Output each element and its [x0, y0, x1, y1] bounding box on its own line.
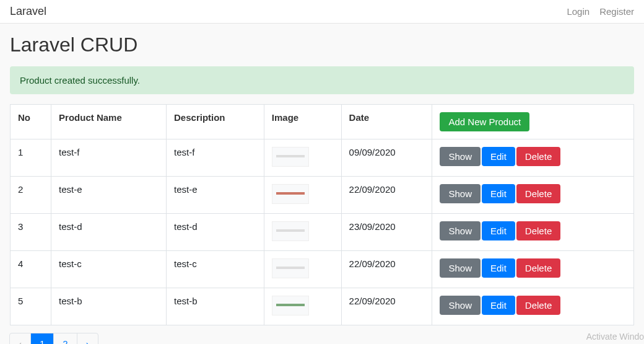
pagination: ‹ 12› — [10, 333, 634, 344]
table-row: 1test-ftest-f09/09/2020ShowEditDelete — [11, 139, 634, 177]
header-date: Date — [341, 105, 432, 139]
cell-actions: ShowEditDelete — [432, 139, 634, 177]
windows-watermark: Activate Windo — [586, 332, 644, 342]
pagination-prev-label: ‹ — [10, 333, 30, 344]
pagination-page: 1 — [30, 333, 54, 344]
cell-image — [264, 251, 341, 288]
pagination-page[interactable]: 2 — [53, 333, 77, 344]
delete-button[interactable]: Delete — [516, 258, 560, 278]
cell-actions: ShowEditDelete — [432, 251, 634, 288]
show-button[interactable]: Show — [440, 296, 481, 315]
main-container: Laravel CRUD Product created successfull… — [0, 24, 644, 344]
cell-date: 22/09/2020 — [341, 288, 432, 325]
cell-no: 5 — [11, 288, 51, 325]
brand-link[interactable]: Laravel — [10, 5, 46, 18]
success-alert: Product created successfully. — [10, 66, 634, 94]
products-table: No Product Name Description Image Date A… — [10, 104, 634, 325]
cell-image — [264, 288, 341, 325]
login-link[interactable]: Login — [567, 6, 590, 17]
table-row: 3test-dtest-d23/09/2020ShowEditDelete — [11, 214, 634, 251]
cell-description: test-b — [167, 288, 264, 325]
product-thumbnail — [272, 258, 309, 278]
header-no: No — [11, 105, 51, 139]
show-button[interactable]: Show — [440, 184, 481, 203]
cell-image — [264, 139, 341, 177]
cell-actions: ShowEditDelete — [432, 177, 634, 214]
cell-date: 23/09/2020 — [341, 214, 432, 251]
cell-name: test-d — [51, 214, 167, 251]
header-name: Product Name — [51, 105, 167, 139]
cell-no: 4 — [11, 251, 51, 288]
cell-no: 2 — [11, 177, 51, 214]
cell-no: 3 — [11, 214, 51, 251]
header-description: Description — [167, 105, 264, 139]
table-header-row: No Product Name Description Image Date A… — [11, 105, 634, 139]
cell-description: test-f — [167, 139, 264, 177]
delete-button[interactable]: Delete — [516, 184, 560, 203]
cell-image — [264, 177, 341, 214]
pagination-page-label: 1 — [31, 333, 53, 344]
product-thumbnail — [272, 296, 309, 315]
product-thumbnail — [272, 221, 309, 241]
cell-name: test-f — [51, 139, 167, 177]
edit-button[interactable]: Edit — [482, 221, 515, 240]
delete-button[interactable]: Delete — [516, 147, 560, 166]
delete-button[interactable]: Delete — [516, 296, 560, 315]
edit-button[interactable]: Edit — [482, 258, 515, 278]
cell-image — [264, 214, 341, 251]
edit-button[interactable]: Edit — [482, 184, 515, 203]
cell-name: test-e — [51, 177, 167, 214]
table-row: 2test-etest-e22/09/2020ShowEditDelete — [11, 177, 634, 214]
cell-date: 09/09/2020 — [341, 139, 432, 177]
table-row: 4test-ctest-c22/09/2020ShowEditDelete — [11, 251, 634, 288]
register-link[interactable]: Register — [599, 6, 634, 17]
pagination-next-link[interactable]: › — [77, 333, 98, 344]
pagination-prev: ‹ — [9, 333, 31, 344]
cell-actions: ShowEditDelete — [432, 214, 634, 251]
pagination-next[interactable]: › — [77, 333, 98, 344]
pagination-page-link[interactable]: 2 — [54, 333, 76, 344]
edit-button[interactable]: Edit — [482, 296, 515, 315]
add-new-product-button[interactable]: Add New Product — [440, 112, 529, 131]
cell-description: test-d — [167, 214, 264, 251]
show-button[interactable]: Show — [440, 147, 481, 166]
cell-no: 1 — [11, 139, 51, 177]
edit-button[interactable]: Edit — [482, 147, 515, 166]
cell-actions: ShowEditDelete — [432, 288, 634, 325]
show-button[interactable]: Show — [440, 221, 481, 240]
cell-name: test-b — [51, 288, 167, 325]
show-button[interactable]: Show — [440, 258, 481, 278]
table-row: 5test-btest-b22/09/2020ShowEditDelete — [11, 288, 634, 325]
cell-name: test-c — [51, 251, 167, 288]
product-thumbnail — [272, 184, 309, 204]
navbar-right: Login Register — [567, 6, 634, 17]
delete-button[interactable]: Delete — [516, 221, 560, 240]
navbar: Laravel Login Register — [0, 0, 644, 24]
header-image: Image — [264, 105, 341, 139]
product-thumbnail — [272, 147, 309, 167]
cell-description: test-c — [167, 251, 264, 288]
cell-date: 22/09/2020 — [341, 177, 432, 214]
header-actions: Add New Product — [432, 105, 634, 139]
page-title: Laravel CRUD — [10, 33, 634, 56]
cell-description: test-e — [167, 177, 264, 214]
cell-date: 22/09/2020 — [341, 251, 432, 288]
